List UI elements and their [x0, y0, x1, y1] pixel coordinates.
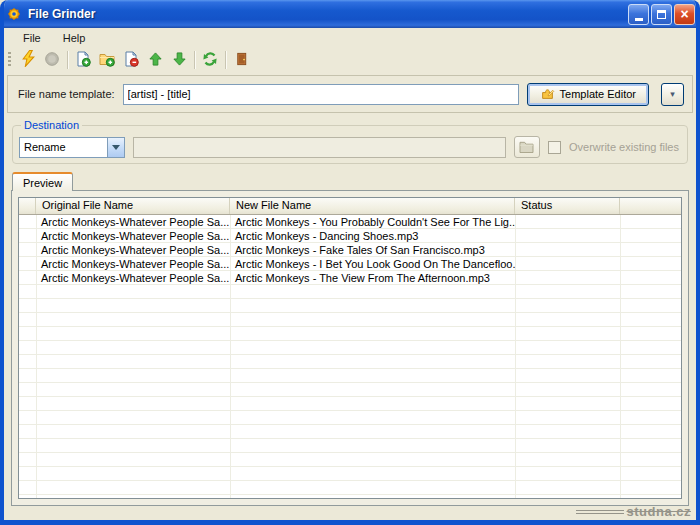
close-icon: ×	[680, 7, 688, 21]
template-editor-label: Template Editor	[560, 88, 636, 100]
add-file-icon	[75, 51, 91, 70]
run-icon	[20, 50, 37, 70]
table-body: Arctic Monkeys-Whatever People Sa... Arc…	[19, 215, 681, 498]
template-editor-button[interactable]: Template Editor	[527, 83, 649, 106]
toolbar-separator	[194, 51, 195, 69]
cell-original: Arctic Monkeys-Whatever People Sa...	[36, 257, 230, 271]
cell-icon	[19, 257, 36, 271]
minimize-icon	[635, 18, 643, 21]
add-folder-icon	[99, 51, 115, 70]
exit-button[interactable]	[229, 49, 253, 71]
add-file-button[interactable]	[71, 49, 95, 71]
cell-original: Arctic Monkeys-Whatever People Sa...	[36, 215, 230, 229]
refresh-icon	[202, 51, 218, 70]
cell-new-name: Arctic Monkeys - The View From The After…	[230, 271, 515, 285]
exit-icon	[234, 51, 249, 70]
column-header-status[interactable]: Status	[515, 198, 620, 214]
toolbar-grip[interactable]	[8, 52, 11, 68]
stop-button	[40, 49, 64, 71]
watermark-line	[576, 510, 624, 514]
cell-original: Arctic Monkeys-Whatever People Sa...	[36, 229, 230, 243]
template-options-dropdown-button[interactable]: ▾	[661, 83, 684, 106]
column-header-new-name[interactable]: New File Name	[230, 198, 515, 214]
toolbar	[4, 48, 696, 72]
chevron-down-icon	[112, 145, 120, 150]
table-row[interactable]: Arctic Monkeys-Whatever People Sa... Arc…	[19, 215, 681, 229]
template-panel: File name template: Template Editor ▾	[7, 75, 693, 113]
table-row[interactable]: Arctic Monkeys-Whatever People Sa... Arc…	[19, 271, 681, 285]
cell-status	[515, 215, 620, 229]
menu-file[interactable]: File	[14, 30, 50, 46]
move-down-button[interactable]	[167, 49, 191, 71]
cell-new-name: Arctic Monkeys - I Bet You Look Good On …	[230, 257, 515, 271]
cell-new-name: Arctic Monkeys - Dancing Shoes.mp3	[230, 229, 515, 243]
destination-path-input	[133, 137, 506, 158]
cell-icon	[19, 243, 36, 257]
window-title: File Grinder	[28, 7, 628, 21]
cell-status	[515, 229, 620, 243]
window-controls: ×	[628, 4, 695, 25]
cell-icon	[19, 229, 36, 243]
menu-bar: File Help	[4, 28, 696, 48]
column-header-filler	[620, 198, 681, 214]
move-up-icon	[148, 51, 163, 70]
remove-file-button[interactable]	[119, 49, 143, 71]
cell-status	[515, 243, 620, 257]
cell-icon	[19, 215, 36, 229]
folder-icon	[519, 140, 534, 155]
template-input[interactable]	[123, 84, 519, 105]
move-up-button[interactable]	[143, 49, 167, 71]
cell-status	[515, 257, 620, 271]
template-label: File name template:	[18, 88, 115, 100]
watermark-text: studna.cz	[627, 504, 691, 519]
table-row[interactable]: Arctic Monkeys-Whatever People Sa... Arc…	[19, 257, 681, 271]
preview-tab-page: Original File Name New File Name Status …	[11, 190, 689, 506]
browse-folder-button	[514, 136, 540, 158]
tab-preview[interactable]: Preview	[12, 172, 73, 191]
puzzle-icon	[540, 86, 555, 103]
tab-preview-label: Preview	[23, 177, 62, 189]
destination-group-label: Destination	[21, 119, 82, 131]
run-button[interactable]	[16, 49, 40, 71]
stop-icon	[44, 51, 60, 70]
move-down-icon	[172, 51, 187, 70]
title-bar[interactable]: File Grinder ×	[0, 0, 700, 28]
cell-original: Arctic Monkeys-Whatever People Sa...	[36, 243, 230, 257]
remove-file-icon	[123, 51, 139, 70]
destination-mode-value: Rename	[20, 141, 107, 153]
overwrite-label: Overwrite existing files	[569, 141, 679, 153]
table-row[interactable]: Arctic Monkeys-Whatever People Sa... Arc…	[19, 243, 681, 257]
minimize-button[interactable]	[628, 4, 649, 25]
cell-status	[515, 271, 620, 285]
cell-original: Arctic Monkeys-Whatever People Sa...	[36, 271, 230, 285]
overwrite-checkbox	[548, 141, 561, 154]
table-row[interactable]: Arctic Monkeys-Whatever People Sa... Arc…	[19, 229, 681, 243]
chevron-down-icon: ▾	[670, 90, 675, 99]
preview-table: Original File Name New File Name Status …	[18, 197, 682, 499]
column-header-original[interactable]: Original File Name	[36, 198, 230, 214]
destination-mode-select[interactable]: Rename	[19, 137, 125, 158]
table-header: Original File Name New File Name Status	[19, 198, 681, 215]
tab-strip: Preview	[12, 171, 696, 190]
toolbar-separator	[67, 51, 68, 69]
maximize-button[interactable]	[651, 4, 672, 25]
maximize-icon	[657, 10, 666, 19]
close-button[interactable]: ×	[674, 4, 695, 25]
cell-new-name: Arctic Monkeys - You Probably Couldn't S…	[230, 215, 515, 229]
add-folder-button[interactable]	[95, 49, 119, 71]
combo-dropdown-button[interactable]	[107, 138, 124, 157]
refresh-button[interactable]	[198, 49, 222, 71]
app-gear-icon	[6, 6, 23, 23]
cell-icon	[19, 271, 36, 285]
column-header-icon[interactable]	[19, 198, 36, 214]
app-window: File Grinder × File Help	[0, 0, 700, 525]
destination-group: Destination Rename Overwrite existing fi…	[12, 119, 688, 164]
menu-help[interactable]: Help	[54, 30, 95, 46]
toolbar-separator	[225, 51, 226, 69]
cell-new-name: Arctic Monkeys - Fake Tales Of San Franc…	[230, 243, 515, 257]
watermark: studna.cz	[576, 504, 691, 519]
